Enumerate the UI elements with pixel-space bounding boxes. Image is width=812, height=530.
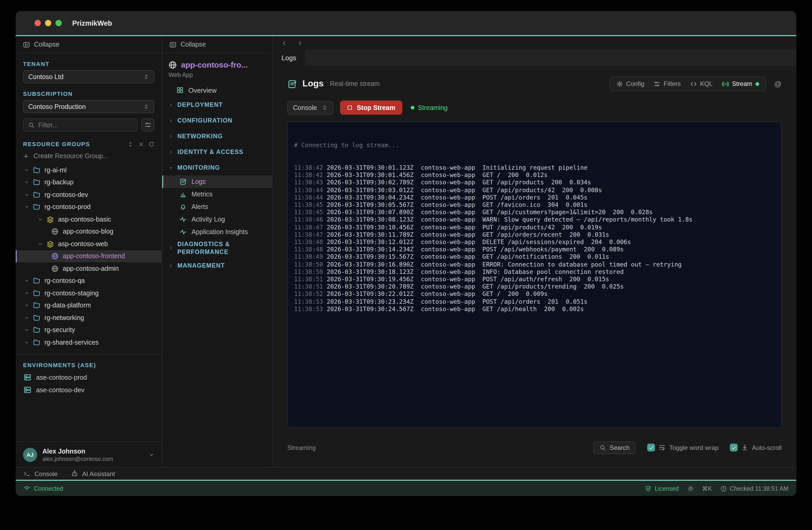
- environment-item-ase-contoso-prod[interactable]: ase-contoso-prod: [16, 371, 162, 383]
- user-menu[interactable]: AJ Alex Johnson alex.johnson@contoso.com: [16, 442, 162, 467]
- tree-item-rg-data-platform[interactable]: rg-data-platform: [16, 299, 162, 311]
- theme-toggle-icon[interactable]: [687, 485, 694, 491]
- auto-scroll-toggle[interactable]: Auto-scroll: [730, 444, 782, 451]
- tree-item-rg-ai-ml[interactable]: rg-ai-ml: [16, 164, 162, 176]
- word-wrap-toggle[interactable]: Toggle word wrap: [648, 444, 719, 451]
- left-collapse-button[interactable]: Collapse: [16, 36, 162, 53]
- chevron-down-icon: [149, 452, 154, 458]
- nav-sub-activity-log[interactable]: Activity Log: [162, 213, 272, 226]
- divider: [16, 354, 162, 354]
- history-nav: [273, 36, 796, 50]
- ai-assistant-button[interactable]: AI Assistant: [71, 470, 115, 477]
- app-header: app-contoso-fro...: [162, 53, 272, 70]
- log-message: 2026-03-31T09:30:22.012Z contoso-web-app…: [323, 290, 548, 298]
- expand-all-icon[interactable]: [128, 141, 133, 147]
- config-label: Config: [626, 80, 644, 87]
- collapse-all-icon[interactable]: [138, 141, 144, 147]
- chevron-down-icon[interactable]: [24, 168, 29, 173]
- minimize-window-button[interactable]: [45, 20, 51, 26]
- search-button[interactable]: Search: [593, 441, 636, 454]
- subscription-select[interactable]: Contoso Production: [23, 100, 154, 113]
- tree-item-app-contoso-frontend[interactable]: app-contoso-frontend: [16, 250, 162, 262]
- log-line: 11:38:44 2026-03-31T09:30:04.234Z contos…: [294, 194, 775, 201]
- console-drawer-button[interactable]: Console: [24, 470, 58, 477]
- nav-section-monitoring[interactable]: MONITORING: [162, 160, 272, 176]
- log-message: 2026-03-31T09:30:15.567Z contoso-web-app…: [323, 253, 609, 261]
- chevron-down-icon[interactable]: [24, 192, 29, 197]
- tree-item-rg-networking[interactable]: rg-networking: [16, 311, 162, 324]
- shield-icon: [646, 485, 652, 491]
- stream-button[interactable]: Stream: [717, 78, 764, 89]
- environment-item-ase-contoso-dev[interactable]: ase-contoso-dev: [16, 383, 162, 396]
- refresh-icon[interactable]: [149, 141, 154, 147]
- nav-sub-alerts[interactable]: Alerts: [162, 200, 272, 213]
- chevron-down-icon[interactable]: [24, 278, 29, 283]
- sliders-icon: [654, 80, 661, 87]
- kql-button[interactable]: KQL: [685, 78, 717, 89]
- tree-item-rg-contoso-dev[interactable]: rg-contoso-dev: [16, 189, 162, 201]
- tree-item-app-contoso-admin[interactable]: app-contoso-admin: [16, 262, 162, 275]
- log-message: 2026-03-31T09:30:07.890Z contoso-web-app…: [323, 208, 653, 216]
- resource-groups-header: RESOURCE GROUPS: [16, 138, 162, 149]
- zoom-window-button[interactable]: [56, 20, 62, 26]
- subscription-label: SUBSCRIPTION: [16, 88, 162, 100]
- filter-input[interactable]: Filter...: [23, 118, 137, 131]
- stop-stream-button[interactable]: Stop Stream: [340, 100, 402, 115]
- tab-logs[interactable]: Logs: [273, 50, 305, 66]
- nav-section-configuration[interactable]: CONFIGURATION: [162, 113, 272, 128]
- chevron-down-icon[interactable]: [38, 241, 43, 247]
- tree-item-rg-backup[interactable]: rg-backup: [16, 176, 162, 189]
- console-source-select[interactable]: Console: [287, 101, 333, 114]
- nav-section-deployment[interactable]: DEPLOYMENT: [162, 97, 272, 113]
- tree-item-rg-contoso-prod[interactable]: rg-contoso-prod: [16, 201, 162, 213]
- nav-sub-application-insights[interactable]: Application Insights: [162, 226, 272, 238]
- nav-sub-metrics[interactable]: Metrics: [162, 188, 272, 200]
- nav-sub-logs[interactable]: Logs: [162, 176, 272, 188]
- stop-icon: [347, 105, 353, 111]
- nav-section-networking[interactable]: NETWORKING: [162, 128, 272, 144]
- folder-icon: [33, 167, 40, 174]
- tree-item-rg-shared-services[interactable]: rg-shared-services: [16, 336, 162, 349]
- middle-collapse-button[interactable]: Collapse: [162, 36, 272, 53]
- mention-icon[interactable]: @: [774, 80, 782, 88]
- nav-item-overview[interactable]: Overview: [162, 83, 272, 97]
- server-icon: [24, 373, 31, 381]
- nav-section-management[interactable]: MANAGEMENT: [162, 258, 272, 274]
- chevron-down-icon[interactable]: [24, 303, 29, 308]
- chevron-down-icon[interactable]: [24, 315, 29, 321]
- content-header: Logs Real-time stream Config Filters: [287, 76, 782, 91]
- chevron-down-icon[interactable]: [24, 340, 29, 345]
- log-message: 2026-03-31T09:30:08.123Z contoso-web-app…: [323, 216, 693, 223]
- chevron-down-icon[interactable]: [24, 291, 29, 296]
- close-window-button[interactable]: [34, 20, 41, 26]
- tree-item-rg-security[interactable]: rg-security: [16, 324, 162, 336]
- tenant-value: Contoso Ltd: [28, 73, 143, 80]
- config-button[interactable]: Config: [611, 78, 649, 89]
- back-icon[interactable]: [281, 40, 287, 46]
- server-icon: [24, 386, 31, 394]
- forward-icon[interactable]: [297, 40, 303, 46]
- chevron-down-icon[interactable]: [38, 217, 43, 222]
- nav-section-diagnostics-performance[interactable]: DIAGNOSTICS & PERFORMANCE: [162, 238, 272, 258]
- log-console[interactable]: # Connecting to log stream... 11:38:42 2…: [287, 122, 782, 428]
- chevron-down-icon[interactable]: [24, 205, 29, 210]
- folder-icon: [33, 290, 40, 297]
- tree-item-app-contoso-blog[interactable]: app-contoso-blog: [16, 225, 162, 238]
- filters-button[interactable]: Filters: [649, 78, 685, 89]
- tree-item-rg-contoso-staging[interactable]: rg-contoso-staging: [16, 287, 162, 299]
- tree-item-asp-contoso-basic[interactable]: asp-contoso-basic: [16, 213, 162, 225]
- nav-section-identity-access[interactable]: IDENTITY & ACCESS: [162, 144, 272, 160]
- chevron-down-icon[interactable]: [24, 180, 29, 185]
- create-resource-group-button[interactable]: Create Resource Group...: [16, 149, 162, 163]
- log-line: 11:38:52 2026-03-31T09:30:22.012Z contos…: [294, 290, 775, 298]
- page-subtitle: Real-time stream: [330, 80, 380, 87]
- chevron-down-icon[interactable]: [24, 327, 29, 333]
- tree-item-asp-contoso-web[interactable]: asp-contoso-web: [16, 238, 162, 250]
- resource-tree: rg-ai-mlrg-backuprg-contoso-devrg-contos…: [16, 164, 162, 349]
- command-palette-shortcut[interactable]: ⌘K: [702, 485, 712, 492]
- tenant-select[interactable]: Contoso Ltd: [23, 70, 154, 83]
- auto-scroll-checkbox[interactable]: [730, 444, 738, 451]
- filter-options-button[interactable]: [141, 118, 154, 131]
- word-wrap-checkbox[interactable]: [648, 444, 655, 451]
- tree-item-rg-contoso-qa[interactable]: rg-contoso-qa: [16, 275, 162, 287]
